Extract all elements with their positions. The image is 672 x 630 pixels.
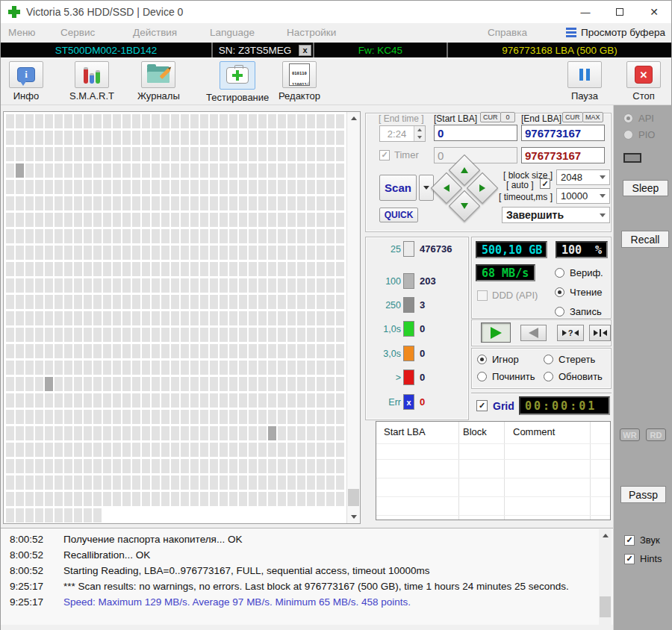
mode-radio-Вериф.[interactable]: Вериф. <box>555 267 603 278</box>
scan-button[interactable]: Scan <box>379 175 417 201</box>
journals-button[interactable]: Журналы <box>137 61 180 102</box>
mode-radio-Чтение[interactable]: Чтение <box>555 287 603 298</box>
ddd-checkbox-box[interactable] <box>477 290 488 301</box>
block-cell <box>45 246 53 260</box>
counter-3,0s: 3,0s0 <box>374 346 425 361</box>
block-size-select[interactable]: 2048 <box>556 169 610 185</box>
hints-checkbox[interactable]: Hints <box>624 553 662 564</box>
mode-radio-Запись[interactable]: Запись <box>555 306 603 317</box>
step-button[interactable] <box>589 325 611 341</box>
sound-checkbox[interactable]: Звук <box>624 534 660 546</box>
end-lba-input[interactable]: 976773167 <box>521 125 605 141</box>
block-cell <box>258 426 267 440</box>
end-lba-max-button[interactable]: MAX <box>582 112 603 122</box>
block-cell <box>297 377 305 391</box>
action-radio-Стереть[interactable]: Стереть <box>544 354 610 365</box>
block-cell <box>258 229 267 243</box>
api-radio[interactable]: API <box>623 113 654 124</box>
menu-help[interactable]: Справка <box>488 27 527 38</box>
menu-actions[interactable]: Действия <box>133 27 177 38</box>
start-lba-input[interactable]: 0 <box>434 125 517 141</box>
action-radio-Обновить[interactable]: Обновить <box>544 371 610 382</box>
block-cell <box>35 443 43 457</box>
maximize-button[interactable] <box>603 1 637 23</box>
block-cell <box>25 180 34 194</box>
action-radio-Починить[interactable]: Починить <box>477 371 544 382</box>
block-cell <box>84 508 92 523</box>
info-button[interactable]: i Инфо <box>9 61 43 102</box>
ddd-checkbox[interactable]: DDD (API) <box>477 290 538 301</box>
device-close-button[interactable]: x <box>299 45 311 56</box>
timeout-select[interactable]: 10000 <box>556 188 610 204</box>
recall-button[interactable]: Recall <box>621 231 669 248</box>
passp-button[interactable]: Passp <box>620 486 666 503</box>
block-cell <box>122 475 131 490</box>
timer-input[interactable]: 0 <box>434 147 517 163</box>
block-cell <box>6 196 14 210</box>
grid-checkbox[interactable] <box>476 400 488 411</box>
block-cell <box>317 377 325 391</box>
timer-checkbox[interactable]: Timer <box>379 149 419 160</box>
quick-button[interactable]: QUICK <box>379 208 418 222</box>
scroll-down-icon[interactable] <box>347 511 360 523</box>
pio-label: PIO <box>638 129 655 140</box>
counter-100: 100203 <box>374 273 436 289</box>
start-lba-zero-button[interactable]: 0 <box>500 112 515 122</box>
action-radio-Игнор[interactable]: Игнор <box>477 354 544 365</box>
block-map-panel <box>3 111 361 524</box>
on-end-action-select[interactable]: Завершить <box>502 207 610 223</box>
pause-button[interactable]: Пауза <box>567 61 602 102</box>
minimize-button[interactable]: — <box>568 1 603 23</box>
log-scroll-up-icon[interactable] <box>599 529 612 542</box>
block-cell <box>45 278 53 293</box>
back-button[interactable] <box>520 325 547 341</box>
scrollbar-thumb[interactable] <box>348 489 359 506</box>
seek-error-button[interactable]: ? <box>557 325 584 341</box>
menu-settings[interactable]: Настройки <box>287 27 336 38</box>
timer-checkbox-box[interactable] <box>379 150 390 160</box>
block-cell <box>171 180 179 194</box>
device-model[interactable]: ST500DM002-1BD142 <box>1 43 211 57</box>
block-cell <box>297 410 305 424</box>
stop-button[interactable]: ✕ Стоп <box>626 61 661 102</box>
auto-checkbox[interactable] <box>540 178 550 189</box>
wr-button[interactable]: WR <box>620 428 640 441</box>
end-lba-input-2[interactable]: 976773167 <box>521 147 605 163</box>
log-scrollbar[interactable] <box>599 529 612 625</box>
pio-radio[interactable]: PIO <box>623 129 655 140</box>
block-cell <box>278 246 286 260</box>
block-cell <box>132 393 140 408</box>
menu-language[interactable]: Language <box>210 27 255 38</box>
block-cell <box>268 492 276 506</box>
start-lba-cur-button[interactable]: CUR <box>480 112 501 122</box>
end-lba-cur-button[interactable]: CUR <box>562 112 583 122</box>
block-map-scrollbar[interactable] <box>346 112 360 523</box>
block-cell <box>326 361 335 375</box>
menu-service[interactable]: Сервис <box>60 27 95 38</box>
block-cell <box>74 328 82 342</box>
testing-button[interactable]: Тестирование <box>206 61 269 103</box>
block-cell <box>122 361 131 375</box>
block-cell <box>220 278 228 293</box>
block-cell <box>64 344 72 358</box>
menu-main[interactable]: Меню <box>8 27 36 38</box>
block-cell <box>278 393 286 408</box>
pause-icon <box>579 69 590 81</box>
spin-up-icon[interactable] <box>414 126 425 134</box>
block-cell <box>181 492 189 506</box>
close-button[interactable]: ✕ <box>637 1 671 23</box>
smart-button[interactable]: S.M.A.R.T <box>69 61 114 102</box>
spin-down-icon[interactable] <box>414 134 425 141</box>
block-cell <box>161 163 169 178</box>
buffer-view-button[interactable]: Просмотр буфера <box>566 27 665 38</box>
editor-button[interactable]: 010110 110011 101000 0001 Редактор <box>279 61 320 102</box>
end-time-spinner[interactable]: 2:24 <box>379 125 426 142</box>
log-scrollbar-thumb[interactable] <box>600 596 611 617</box>
play-button[interactable] <box>481 322 511 343</box>
scroll-up-icon[interactable] <box>347 112 360 125</box>
counter-1,0s: 1,0s0 <box>374 321 425 337</box>
buffer-view-label: Просмотр буфера <box>581 27 665 38</box>
sleep-button[interactable]: Sleep <box>623 180 668 196</box>
rd-button[interactable]: RD <box>646 428 666 441</box>
block-cell <box>84 163 92 178</box>
